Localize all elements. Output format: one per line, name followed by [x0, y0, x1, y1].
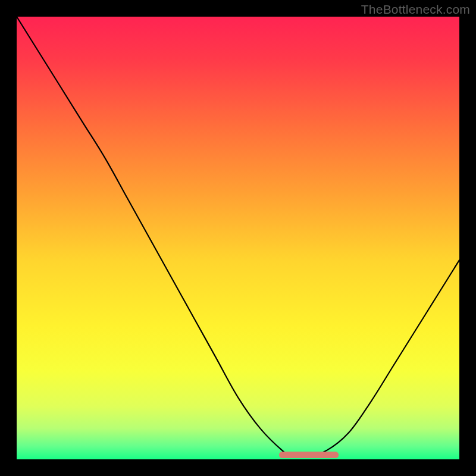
bottleneck-curve	[17, 17, 459, 456]
chart-frame: TheBottleneck.com	[0, 0, 476, 476]
curve-layer	[17, 17, 459, 459]
plot-area	[17, 17, 459, 459]
watermark-text: TheBottleneck.com	[361, 2, 470, 17]
